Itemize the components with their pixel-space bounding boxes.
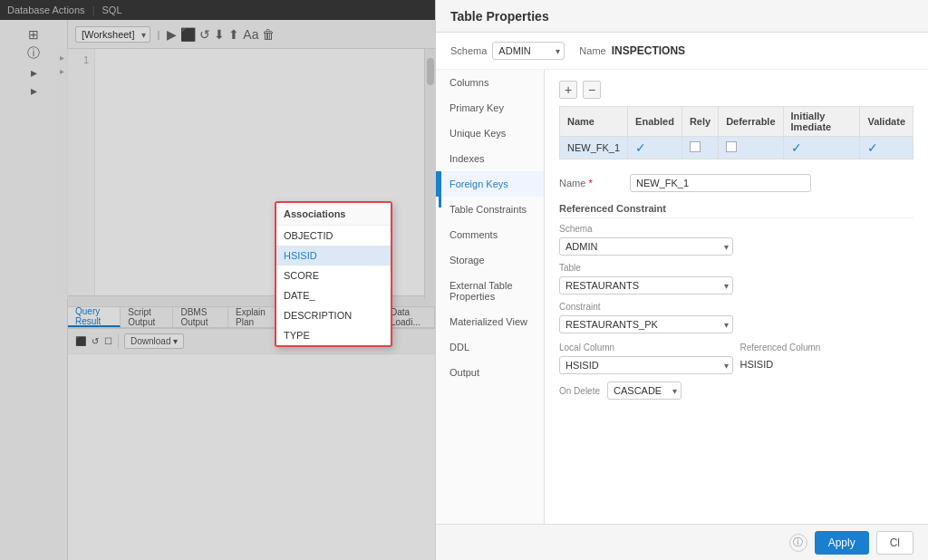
cell-name: NEW_FK_1 [560, 137, 628, 159]
ref-table-select[interactable]: RESTAURANTS [559, 276, 733, 294]
ref-constraint-select[interactable]: RESTAURANTS_PK [559, 315, 733, 333]
schema-field-group: Schema ADMIN [450, 42, 565, 60]
name-form-row: Name [559, 174, 914, 192]
on-delete-label: On Delete [559, 386, 600, 396]
col-header-rely: Rely [682, 107, 718, 137]
left-nav: Columns Primary Key Unique Keys Indexes … [436, 70, 545, 524]
close-button[interactable]: Cl [876, 531, 914, 555]
dialog-header: Table Properties [436, 0, 928, 33]
ref-empty-col-3 [740, 302, 914, 333]
schema-label: Schema [450, 45, 487, 56]
ref-table-select-wrapper[interactable]: RESTAURANTS [559, 276, 733, 294]
ref-constraint-col: Constraint RESTAURANTS_PK [559, 302, 733, 333]
detail-name-input[interactable] [630, 174, 811, 192]
ref-empty-col [740, 224, 914, 256]
ref-grid: Schema ADMIN Table RESTAURANTS [559, 224, 914, 333]
assoc-item-score[interactable]: SCORE [276, 266, 391, 285]
nav-ddl[interactable]: DDL [436, 334, 544, 360]
nav-ext-table-props[interactable]: External Table Properties [436, 273, 544, 309]
associations-popup: Associations OBJECTID HSISID SCORE DATE_… [275, 201, 392, 347]
nav-unique-keys[interactable]: Unique Keys [436, 121, 544, 146]
col-header-deferrable: Deferrable [719, 107, 783, 137]
col-header-initially: Initially Imediate [783, 107, 860, 137]
schema-select[interactable]: ADMIN [492, 42, 565, 60]
dialog-footer: ⓘ Apply Cl [436, 524, 928, 560]
ref-schema-select-wrapper[interactable]: ADMIN [559, 237, 733, 256]
apply-button[interactable]: Apply [815, 531, 869, 555]
ref-table-label: Table [559, 263, 733, 273]
assoc-item-type[interactable]: TYPE [276, 325, 391, 345]
local-col-select[interactable]: HSISID [559, 356, 733, 374]
col-header-name: Name [560, 107, 628, 137]
col-header-enabled: Enabled [628, 107, 682, 137]
ref-constraint-header: Referenced Constraint [559, 203, 914, 218]
nav-columns[interactable]: Columns [436, 70, 544, 95]
cell-initially: ✓ [783, 137, 860, 159]
nav-indexes[interactable]: Indexes [436, 146, 544, 171]
right-panel: + − Name Enabled Rely Deferrable Initial… [545, 70, 928, 524]
detail-name-label: Name [559, 178, 623, 188]
on-delete-select-wrapper[interactable]: CASCADE [607, 381, 682, 400]
schema-name-row: Schema ADMIN Name INSPECTIONS [436, 33, 928, 70]
ref-schema-select[interactable]: ADMIN [559, 237, 733, 256]
dialog-content: Columns Primary Key Unique Keys Indexes … [436, 70, 928, 524]
ref-col-value: HSISID [740, 356, 914, 374]
name-field-group: Name INSPECTIONS [579, 44, 685, 57]
local-col-header: Local Column [559, 343, 733, 352]
assoc-item-description[interactable]: DESCRIPTION [276, 305, 391, 325]
assoc-row: HSISID HSISID [559, 356, 914, 374]
ref-constraint-label: Constraint [559, 302, 733, 312]
cell-enabled: ✓ [628, 137, 682, 159]
table-properties-dialog: Table Properties Schema ADMIN Name INSPE… [435, 0, 928, 560]
table-row[interactable]: NEW_FK_1 ✓ ✓ ✓ [560, 137, 914, 159]
dialog-title: Table Properties [450, 9, 549, 24]
keys-toolbar: + − [559, 81, 914, 99]
name-label: Name [579, 45, 605, 56]
ref-constraint-select-wrapper[interactable]: RESTAURANTS_PK [559, 315, 733, 333]
nav-table-constraints[interactable]: Table Constraints [436, 197, 544, 222]
nav-primary-key[interactable]: Primary Key [436, 95, 544, 121]
name-value: INSPECTIONS [612, 44, 685, 57]
keys-table: Name Enabled Rely Deferrable Initially I… [559, 106, 914, 159]
on-delete-select[interactable]: CASCADE [607, 381, 682, 400]
local-col-select-wrapper[interactable]: HSISID [559, 356, 733, 374]
nav-comments[interactable]: Comments [436, 222, 544, 247]
assoc-item-objectid[interactable]: OBJECTID [276, 226, 391, 246]
detail-form: Name Referenced Constraint Schema ADMIN [559, 174, 914, 400]
ref-schema-label: Schema [559, 224, 733, 234]
ref-empty-col-2 [740, 263, 914, 294]
remove-key-button[interactable]: − [583, 81, 601, 99]
assoc-item-hsisid[interactable]: HSISID [276, 246, 391, 266]
assoc-popup-header: Associations [276, 203, 391, 226]
assoc-item-date[interactable]: DATE_ [276, 285, 391, 305]
schema-select-wrapper[interactable]: ADMIN [492, 42, 565, 60]
footer-info-icon[interactable]: ⓘ [789, 534, 807, 552]
on-delete-row: On Delete CASCADE [559, 381, 914, 400]
cell-deferrable [719, 137, 783, 159]
ref-col-header: Referenced Column [740, 343, 914, 352]
cell-validate: ✓ [860, 137, 914, 159]
cell-rely [682, 137, 718, 159]
nav-materialized-view[interactable]: Materialized View [436, 309, 544, 334]
nav-foreign-keys[interactable]: Foreign Keys [436, 171, 544, 197]
col-header-validate: Validate [860, 107, 914, 137]
nav-storage[interactable]: Storage [436, 247, 544, 273]
nav-output[interactable]: Output [436, 360, 544, 385]
add-key-button[interactable]: + [559, 81, 577, 99]
ref-schema-col: Schema ADMIN [559, 224, 733, 256]
ref-table-col: Table RESTAURANTS [559, 263, 733, 294]
assoc-col-headers: Local Column Referenced Column [559, 343, 914, 352]
